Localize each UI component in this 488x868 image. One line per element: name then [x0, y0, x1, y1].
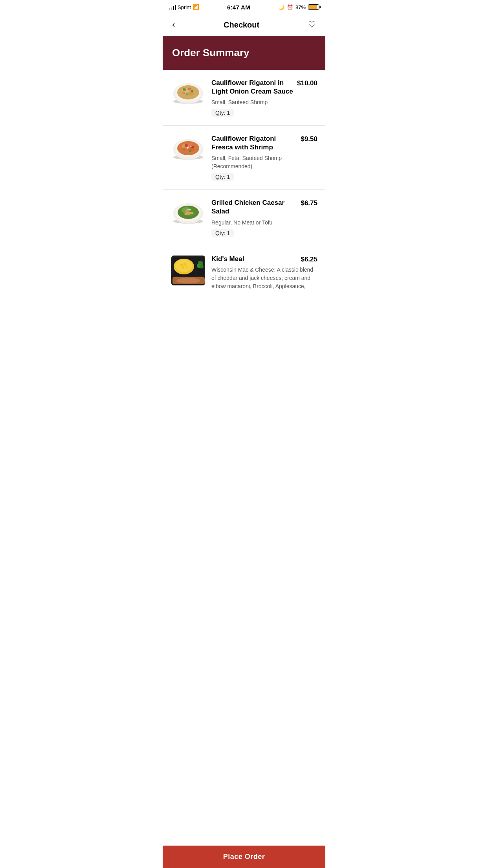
svg-point-40 [183, 263, 186, 265]
svg-point-3 [177, 85, 199, 99]
order-item: Cauliflower Rigatoni in Light Onion Crea… [163, 70, 325, 126]
item-name-row: Cauliflower Rigatoni in Light Onion Crea… [211, 79, 317, 96]
item-image [171, 79, 206, 106]
signal-icon [169, 4, 176, 10]
wifi-icon: 📶 [193, 4, 199, 10]
status-right: 🌙 ⏰ 87% [278, 4, 319, 10]
item-name-row: Cauliflower Rigatoni Fresca with Shrimp … [211, 134, 317, 152]
svg-point-48 [176, 278, 200, 283]
item-name: Grilled Chicken Caesar Salad [211, 199, 297, 216]
svg-point-8 [186, 93, 188, 96]
svg-point-17 [185, 144, 188, 147]
svg-point-16 [188, 147, 194, 151]
order-item: Grilled Chicken Caesar Salad $6.75 Regul… [163, 190, 325, 246]
pasta-cream-image [171, 79, 206, 106]
status-left: Sprint 📶 [169, 4, 199, 10]
svg-point-18 [191, 146, 194, 148]
alarm-icon: ⏰ [287, 4, 293, 10]
item-details: Kid's Meal $6.25 Wisconsin Mac & Cheese:… [211, 255, 317, 291]
item-details: Cauliflower Rigatoni in Light Onion Crea… [211, 79, 317, 117]
item-image [171, 255, 206, 286]
item-image [171, 134, 206, 162]
heart-icon: ♡ [308, 20, 316, 29]
page-title: Checkout [224, 20, 259, 29]
carrier-label: Sprint [178, 4, 191, 10]
item-price: $6.75 [301, 199, 317, 207]
item-price: $6.25 [301, 255, 317, 263]
item-name: Cauliflower Rigatoni Fresca with Shrimp [211, 134, 297, 152]
svg-point-23 [187, 147, 189, 149]
item-name: Cauliflower Rigatoni in Light Onion Crea… [211, 79, 294, 96]
item-customizations: Small, Sauteed Shrimp [211, 98, 317, 107]
salad-image [171, 199, 206, 226]
back-button[interactable]: ‹ [171, 19, 176, 31]
order-summary-title: Order Summary [172, 47, 250, 59]
svg-point-38 [175, 259, 193, 272]
item-name-row: Kid's Meal $6.25 [211, 255, 317, 263]
svg-point-6 [183, 88, 186, 91]
battery-icon [308, 4, 319, 10]
item-details: Grilled Chicken Caesar Salad $6.75 Regul… [211, 199, 317, 237]
svg-point-46 [200, 265, 204, 268]
order-summary-banner: Order Summary [163, 36, 325, 70]
kids-meal-image [171, 255, 206, 286]
battery-percent: 87% [295, 4, 306, 10]
order-item: Cauliflower Rigatoni Fresca with Shrimp … [163, 126, 325, 190]
status-time: 6:47 AM [227, 4, 250, 11]
svg-point-5 [188, 92, 194, 96]
item-customizations: Small, Feta, Sauteed Shrimp (Recommended… [211, 154, 317, 171]
item-details: Cauliflower Rigatoni Fresca with Shrimp … [211, 134, 317, 181]
item-price: $9.50 [301, 134, 317, 143]
svg-point-24 [191, 146, 192, 147]
status-bar: Sprint 📶 6:47 AM 🌙 ⏰ 87% [163, 0, 325, 14]
moon-icon: 🌙 [278, 4, 284, 10]
header: ‹ Checkout ♡ [163, 14, 325, 36]
order-items-list: Cauliflower Rigatoni in Light Onion Crea… [163, 70, 325, 322]
item-image [171, 199, 206, 226]
pasta-fresca-image [171, 134, 206, 162]
order-item: Kid's Meal $6.25 Wisconsin Mac & Cheese:… [163, 246, 325, 322]
svg-point-7 [191, 90, 193, 92]
svg-point-42 [185, 265, 187, 267]
item-customizations: Regular, No Meat or Tofu [211, 219, 317, 227]
svg-point-20 [189, 150, 191, 152]
svg-point-41 [182, 266, 184, 268]
favorite-button[interactable]: ♡ [306, 19, 317, 31]
item-qty: Qty: 1 [211, 173, 234, 181]
item-customizations: Wisconsin Mac & Cheese: A classic blend … [211, 266, 317, 291]
item-qty: Qty: 1 [211, 109, 234, 117]
svg-point-39 [180, 264, 183, 266]
item-price: $10.00 [297, 79, 317, 87]
svg-point-34 [187, 209, 191, 210]
item-name-row: Grilled Chicken Caesar Salad $6.75 [211, 199, 317, 216]
item-qty: Qty: 1 [211, 229, 234, 237]
back-icon: ‹ [172, 20, 175, 29]
item-name: Kid's Meal [211, 255, 297, 263]
